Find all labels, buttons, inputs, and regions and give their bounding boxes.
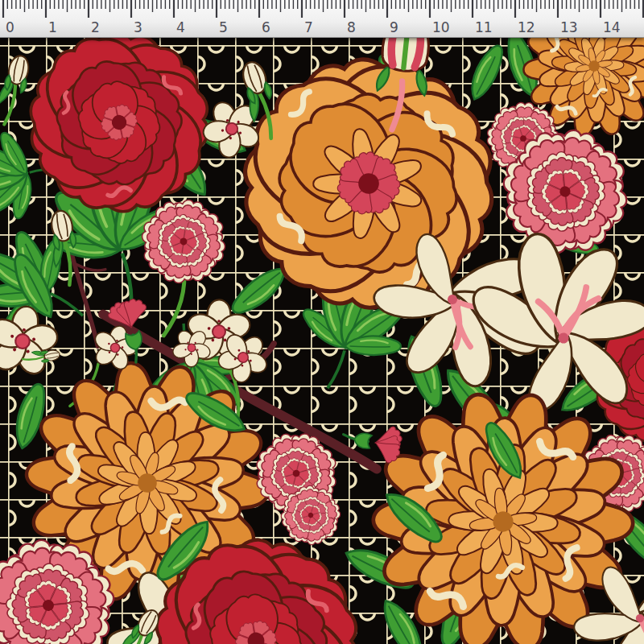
ruler-number: 6 — [262, 19, 270, 35]
ruler-scale: 01234567891011121314 — [0, 0, 644, 37]
fabric-print — [0, 0, 644, 644]
ruler-number: 12 — [518, 19, 535, 35]
ruler: 01234567891011121314 — [0, 0, 644, 38]
ruler-number: 1 — [48, 19, 57, 35]
ruler-number: 3 — [134, 19, 142, 35]
ruler-number: 4 — [176, 19, 185, 35]
ruler-number: 9 — [390, 19, 398, 35]
ruler-number: 5 — [219, 19, 228, 35]
ruler-number: 10 — [432, 19, 450, 35]
ruler-number: 7 — [304, 19, 313, 35]
ruler-number: 14 — [603, 19, 621, 35]
ruler-number: 8 — [347, 19, 356, 35]
ruler-number: 2 — [91, 19, 100, 35]
ruler-number: 11 — [475, 19, 493, 35]
ruler-number: 0 — [6, 19, 14, 35]
ruler-number: 13 — [560, 19, 578, 35]
fabric-swatch-photo: Fabric swatch photographed with a centim… — [0, 0, 644, 644]
